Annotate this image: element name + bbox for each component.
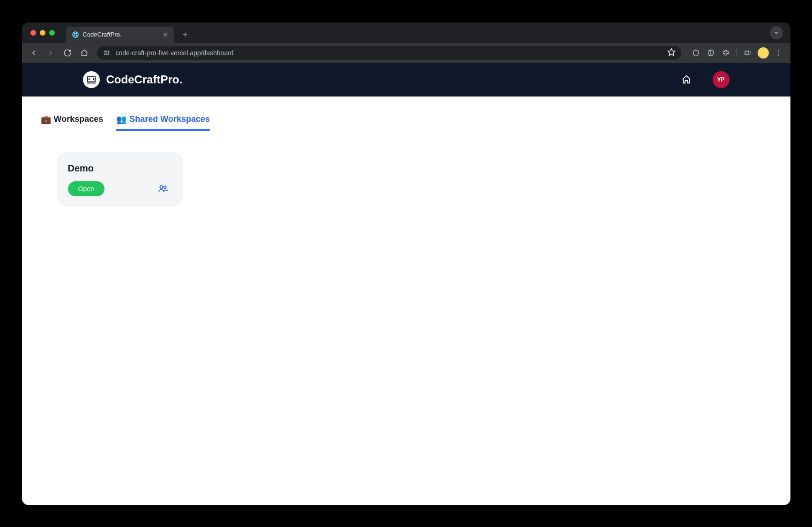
- bookmark-star-icon[interactable]: [667, 48, 676, 58]
- avatar-initials: YP: [717, 76, 724, 83]
- new-tab-button[interactable]: ＋: [179, 28, 192, 41]
- browser-tabbar: CodeCraftPro. ✕ ＋: [22, 22, 790, 43]
- svg-point-12: [778, 50, 779, 51]
- tab-workspaces-label: Workspaces: [54, 114, 104, 124]
- site-info-icon[interactable]: [103, 49, 111, 57]
- window-controls: [30, 30, 55, 36]
- svg-marker-6: [668, 49, 675, 56]
- browser-tab[interactable]: CodeCraftPro. ✕: [66, 27, 174, 43]
- tabs-row: 💼 Workspaces 👥 Shared Workspaces: [41, 111, 772, 131]
- toolbar-divider: [737, 48, 737, 58]
- media-control-icon[interactable]: [741, 46, 755, 60]
- page-content: 💼 Workspaces 👥 Shared Workspaces Demo Op…: [22, 96, 790, 505]
- svg-rect-4: [104, 54, 106, 55]
- members-icon[interactable]: [158, 184, 168, 194]
- browser-toolbar: code-craft-pro-five.vercel.app/dashboard: [22, 43, 790, 63]
- shield-ext-icon[interactable]: [689, 46, 703, 60]
- open-workspace-button[interactable]: Open: [68, 181, 104, 196]
- browser-profile-avatar[interactable]: [758, 47, 769, 59]
- svg-point-18: [164, 186, 166, 188]
- svg-point-14: [778, 54, 779, 55]
- tab-close-icon[interactable]: ✕: [163, 31, 168, 38]
- app-header: CodeCraftPro. YP: [22, 63, 790, 96]
- page-viewport: CodeCraftPro. YP 💼 Workspaces 👥: [22, 63, 790, 505]
- workspace-card-title: Demo: [68, 163, 172, 174]
- svg-point-17: [160, 186, 163, 188]
- tab-shared-workspaces[interactable]: 👥 Shared Workspaces: [116, 111, 210, 131]
- url-text: code-craft-pro-five.vercel.app/dashboard: [116, 49, 663, 57]
- brand-name: CodeCraftPro.: [106, 73, 183, 86]
- browser-tab-title: CodeCraftPro.: [83, 31, 159, 38]
- svg-point-2: [74, 32, 76, 37]
- tab-favicon-icon: [72, 31, 79, 38]
- kebab-menu-icon[interactable]: [772, 46, 786, 60]
- tab-shared-workspaces-label: Shared Workspaces: [129, 114, 210, 124]
- briefcase-emoji-icon: 💼: [41, 114, 51, 125]
- svg-rect-3: [104, 51, 106, 52]
- shield-outline-icon[interactable]: [704, 46, 718, 60]
- window-minimize-button[interactable]: [40, 30, 45, 36]
- home-button[interactable]: [679, 72, 694, 87]
- cards-area: Demo Open: [41, 131, 772, 207]
- tabs-overflow-button[interactable]: [770, 26, 783, 39]
- card-actions: Open: [68, 181, 172, 196]
- back-button[interactable]: [27, 46, 41, 60]
- user-avatar[interactable]: YP: [713, 71, 730, 88]
- tab-workspaces[interactable]: 💼 Workspaces: [41, 111, 104, 131]
- forward-button[interactable]: [44, 46, 58, 60]
- people-emoji-icon: 👥: [116, 114, 127, 125]
- reload-button[interactable]: [60, 46, 74, 60]
- toolbar-right: [687, 46, 786, 60]
- svg-rect-8: [745, 51, 749, 55]
- workspace-card: Demo Open: [57, 152, 183, 207]
- svg-point-1: [73, 33, 78, 36]
- address-bar[interactable]: code-craft-pro-five.vercel.app/dashboard: [97, 46, 681, 60]
- browser-window: CodeCraftPro. ✕ ＋: [22, 22, 790, 505]
- brand[interactable]: CodeCraftPro.: [83, 71, 183, 88]
- window-close-button[interactable]: [30, 30, 36, 36]
- window-maximize-button[interactable]: [49, 30, 55, 36]
- svg-point-13: [778, 52, 779, 53]
- app-header-right: YP: [679, 71, 730, 88]
- home-browser-button[interactable]: [77, 46, 91, 60]
- brand-logo-icon: [83, 71, 100, 88]
- extensions-icon[interactable]: [719, 46, 733, 60]
- svg-point-0: [73, 32, 78, 37]
